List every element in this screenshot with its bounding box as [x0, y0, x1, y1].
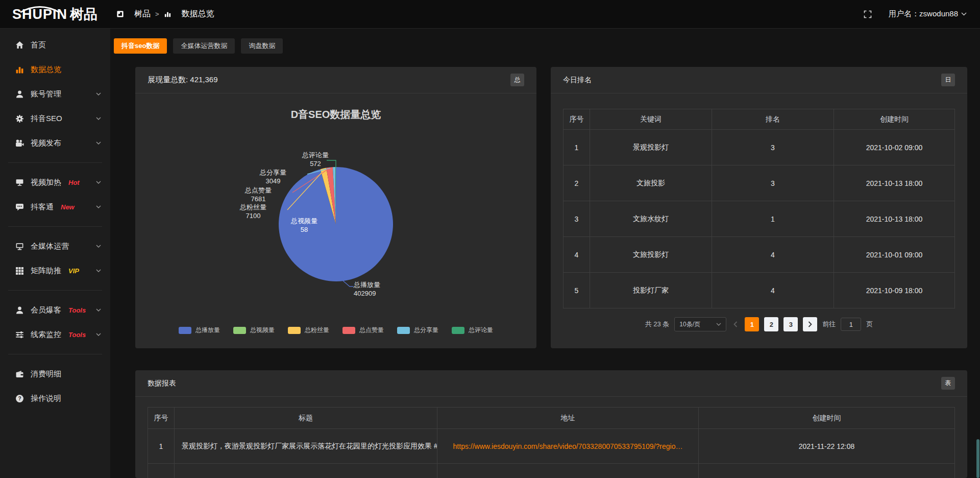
data-tabs: 抖音seo数据 全媒体运营数据 询盘数据 — [114, 38, 283, 54]
breadcrumb-item-home[interactable]: 树品 — [116, 9, 151, 19]
table-row[interactable]: 4 文旅投影灯 4 2021-10-01 09:00 — [564, 237, 955, 273]
chevron-left-icon — [733, 321, 738, 327]
sidebar-item-consumption[interactable]: 消费明细 — [0, 362, 110, 386]
col-created: 创建时间 — [834, 109, 955, 130]
cell-index: 2 — [564, 165, 590, 201]
pie-label-name: 总点赞量 — [225, 186, 291, 195]
chevron-down-icon — [96, 141, 101, 145]
fullscreen-icon[interactable] — [864, 10, 872, 18]
sidebar-item-member-baoke[interactable]: 会员爆客 Tools — [0, 298, 110, 322]
table-row[interactable]: 2 文旅投影 3 2021-10-13 18:00 — [564, 165, 955, 201]
day-view-button[interactable]: 日 — [941, 74, 955, 86]
sidebar-item-douyin-seo[interactable]: 抖音SEO — [0, 106, 110, 131]
sidebar-item-douketong[interactable]: 抖客通 New — [0, 195, 110, 219]
table-row[interactable]: 3 文旅水纹灯 1 2021-10-13 18:00 — [564, 201, 955, 237]
pie-label-plays: 总播放量 402909 — [354, 280, 420, 298]
legend-swatch — [288, 327, 301, 334]
page-button-1[interactable]: 1 — [745, 317, 759, 331]
tab-inquiry-data[interactable]: 询盘数据 — [241, 38, 283, 54]
legend-swatch — [452, 327, 464, 334]
legend-item-likes[interactable]: 总点赞量 — [342, 326, 384, 334]
table-row[interactable]: 1 景观投影灯，夜游景观投影灯厂家展示展示落花灯在花园里的灯光投影应用效果 # … — [148, 429, 955, 464]
pie-label-comments: 总评论量 572 — [282, 151, 349, 168]
goto-page-input[interactable] — [841, 318, 861, 331]
vertical-scrollbar[interactable] — [976, 29, 980, 478]
chart-card: 展现量总数: 421,369 总 D音SEO数据量总览 总评论量 572 总分享… — [135, 67, 536, 348]
tab-douyin-seo-data[interactable]: 抖音seo数据 — [114, 38, 167, 54]
prev-page-button[interactable] — [731, 321, 740, 327]
cell-created: 2021-10-01 09:00 — [834, 237, 955, 273]
sidebar-item-label: 全媒体运营 — [31, 242, 69, 251]
sidebar-item-label: 消费明细 — [31, 369, 61, 379]
sidebar-item-account[interactable]: 账号管理 — [0, 82, 110, 106]
legend-item-fans[interactable]: 总粉丝量 — [288, 326, 329, 334]
report-card-title: 数据报表 — [148, 379, 176, 388]
page-button-2[interactable]: 2 — [764, 317, 778, 331]
pie-label-videos: 总视频量 58 — [271, 217, 337, 234]
report-table-header-row: 序号 标题 地址 创建时间 — [148, 408, 955, 429]
page-button-3[interactable]: 3 — [783, 317, 798, 331]
sidebar-item-video-heat[interactable]: 视频加热 Hot — [0, 170, 110, 195]
sliders-icon — [15, 330, 24, 339]
video-link[interactable]: https://www.iesdouyin.com/share/video/70… — [453, 442, 683, 450]
tab-omnimedia-data[interactable]: 全媒体运营数据 — [173, 38, 235, 54]
sidebar-item-label: 视频加热 — [31, 178, 61, 187]
home-icon — [15, 41, 24, 50]
cell-index: 1 — [148, 429, 175, 464]
logo-arc-icon — [19, 6, 60, 13]
page-size-select[interactable]: 10条/页 — [674, 317, 726, 331]
total-view-button[interactable]: 总 — [510, 74, 524, 86]
table-row[interactable]: 5 投影灯厂家 4 2021-10-09 18:00 — [564, 273, 955, 308]
col-title: 标题 — [175, 408, 437, 429]
cell-index: 1 — [564, 130, 590, 165]
breadcrumb-item-current[interactable]: 数据总览 — [164, 9, 214, 19]
table-row[interactable]: 1 景观投影灯 3 2021-10-02 09:00 — [564, 130, 955, 165]
total-count-label: 共 23 条 — [645, 320, 670, 329]
cell-index: 3 — [564, 201, 590, 237]
col-url: 地址 — [437, 408, 699, 429]
grid-icon — [15, 267, 24, 275]
chevron-down-icon — [961, 12, 967, 16]
sidebar-item-matrix-boost[interactable]: 矩阵助推 VIP — [0, 258, 110, 283]
scrollbar-thumb[interactable] — [976, 439, 979, 478]
legend-swatch — [397, 327, 410, 334]
pie-label-likes: 总点赞量 7681 — [225, 186, 291, 203]
app-logo[interactable]: SHUPIN 树品 — [0, 5, 110, 23]
user-menu[interactable]: 用户名：zswodun88 — [889, 9, 967, 19]
pie-label-shares: 总分享量 3049 — [240, 168, 306, 185]
sidebar-item-label: 首页 — [31, 40, 46, 50]
page-size-value: 10条/页 — [679, 320, 700, 329]
sidebar-item-data-overview[interactable]: 数据总览 — [0, 57, 110, 82]
sidebar-item-video-publish[interactable]: 视频发布 — [0, 131, 110, 155]
sidebar-item-clue-monitor[interactable]: 线索监控 Tools — [0, 322, 110, 347]
today-rank-card: 今日排名 日 序号 关键词 排名 创建时间 1 景观投影灯 3 2021-10-… — [551, 67, 967, 348]
cell-created: 2021-11-22 12:08 — [699, 429, 955, 464]
cell-index: 4 — [564, 237, 590, 273]
chevron-down-icon — [96, 333, 101, 336]
user-icon — [15, 306, 24, 315]
legend-item-plays[interactable]: 总播放量 — [179, 326, 220, 334]
pie-label-value: 402909 — [354, 289, 420, 298]
breadcrumb-separator: > — [155, 10, 159, 18]
chevron-down-icon — [96, 117, 101, 120]
legend-swatch — [233, 327, 246, 334]
data-report-card: 数据报表 表 序号 标题 地址 创建时间 1 景观投影灯，夜游景观投影灯厂家展示… — [135, 370, 967, 478]
dashboard-icon — [116, 10, 124, 18]
impressions-total-label: 展现量总数: 421,369 — [148, 75, 218, 85]
breadcrumb-label: 数据总览 — [182, 9, 214, 19]
legend-item-videos[interactable]: 总视频量 — [233, 326, 275, 334]
cell-keyword: 投影灯厂家 — [590, 273, 712, 308]
sidebar-item-home[interactable]: 首页 — [0, 33, 110, 57]
sidebar-item-label: 视频发布 — [31, 138, 61, 148]
goto-suffix-label: 页 — [866, 320, 873, 329]
legend-item-comments[interactable]: 总评论量 — [452, 326, 493, 334]
next-page-button[interactable] — [803, 317, 817, 331]
pagination: 共 23 条 10条/页 1 2 3 前往 页 — [551, 317, 967, 331]
sidebar-item-instructions[interactable]: ? 操作说明 — [0, 386, 110, 411]
legend-label: 总点赞量 — [359, 326, 384, 334]
sidebar-item-omnimedia[interactable]: 全媒体运营 — [0, 234, 110, 258]
cell-rank: 4 — [712, 237, 834, 273]
legend-swatch — [342, 327, 355, 334]
legend-item-shares[interactable]: 总分享量 — [397, 326, 438, 334]
table-view-button[interactable]: 表 — [941, 377, 955, 390]
